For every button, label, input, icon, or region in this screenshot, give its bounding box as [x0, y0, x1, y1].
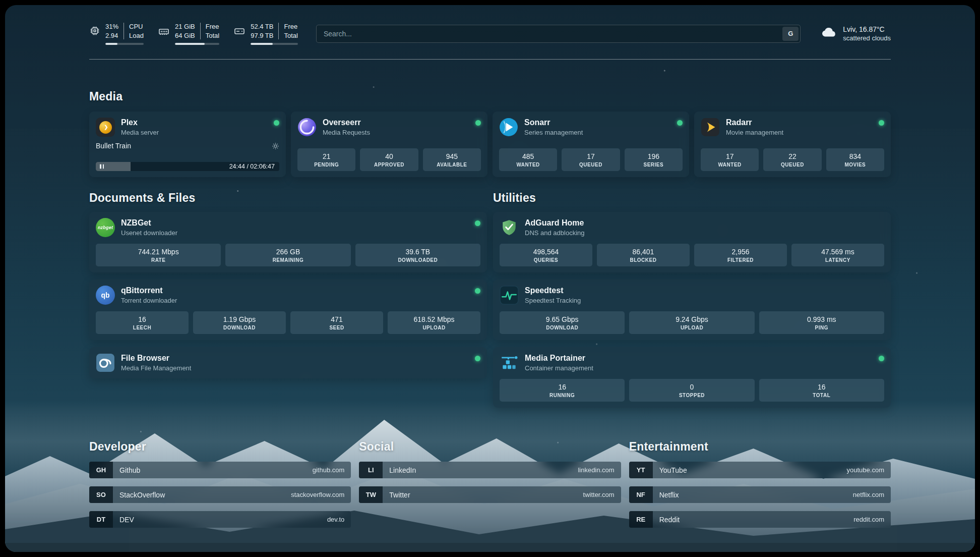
stat-download: 1.19 GbpsDOWNLOAD	[193, 311, 286, 334]
app-card-speedtest[interactable]: SpeedtestSpeedtest Tracking9.65 GbpsDOWN…	[493, 280, 891, 340]
disk-usage-bar	[251, 43, 298, 45]
app-card-adguard-home[interactable]: AdGuard HomeDNS and adblocking498,564QUE…	[493, 212, 891, 272]
disk-free-label: Free	[284, 22, 297, 31]
stat-value: 21	[299, 152, 353, 160]
app-card-media-portainer[interactable]: Media PortainerContainer management16RUN…	[493, 347, 891, 408]
stats-row: 16LEECH1.19 GbpsDOWNLOAD471SEED618.52 Mb…	[96, 311, 480, 334]
bookmark-github[interactable]: GHGithubgithub.com	[89, 462, 351, 478]
stat-seed: 471SEED	[290, 311, 383, 334]
bookmark-url: stackoverflow.com	[291, 491, 344, 498]
stat-value: 16	[502, 383, 623, 391]
bookmark-stackoverflow[interactable]: SOStackOverflowstackoverflow.com	[89, 486, 351, 503]
app-card-sonarr[interactable]: SonarrSeries management485WANTED17QUEUED…	[493, 112, 689, 177]
online-status-dot	[879, 356, 884, 361]
stat-label: RUNNING	[502, 393, 623, 398]
stat-label: RATE	[98, 257, 219, 263]
app-card-radarr[interactable]: RadarrMovie management17WANTED22QUEUED83…	[694, 112, 891, 177]
search-input[interactable]	[316, 25, 801, 43]
stat-value: 618.52 Mbps	[390, 315, 478, 323]
stat-label: AVAILABLE	[425, 162, 479, 168]
app-card-header: File BrowserMedia File Management	[96, 353, 480, 372]
divider	[278, 23, 279, 39]
stat-queries: 498,564QUERIES	[500, 244, 592, 266]
app-card-qbittorrent[interactable]: qbqBittorrentTorrent downloader16LEECH1.…	[89, 280, 487, 340]
stat-upload: 618.52 MbpsUPLOAD	[388, 311, 480, 334]
memory-free-value: 21 GiB	[175, 22, 195, 31]
bookmark-abbr: RE	[629, 511, 653, 528]
stat-label: REMAINING	[227, 257, 348, 263]
app-description: Movie management	[726, 129, 783, 136]
page-content: 31% 2.94 CPU Load	[5, 5, 975, 552]
app-card-header: qbqBittorrentTorrent downloader	[96, 286, 480, 305]
stat-value: 266 GB	[227, 248, 348, 256]
stat-value: 39.6 TB	[357, 248, 478, 256]
filebrowser-icon	[96, 353, 115, 372]
bookmark-youtube[interactable]: YTYouTubeyoutube.com	[629, 462, 891, 478]
stat-label: DOWNLOAD	[502, 325, 623, 330]
cpu-load-value: 2.94	[105, 31, 118, 40]
stat-value: 22	[765, 152, 819, 160]
weather-condition: scattered clouds	[843, 34, 891, 42]
system-widgets: 31% 2.94 CPU Load	[89, 22, 298, 45]
search-engine-button[interactable]: G	[782, 27, 799, 41]
stat-downloaded: 39.6 TBDOWNLOADED	[355, 244, 480, 266]
app-description: Container management	[525, 364, 593, 372]
stat-label: UPLOAD	[390, 325, 478, 330]
stat-label: SEED	[292, 325, 381, 330]
memory-widget: 21 GiB 64 GiB Free Total	[158, 22, 219, 45]
stat-approved: 40APPROVED	[360, 148, 418, 171]
memory-free-label: Free	[206, 22, 219, 31]
memory-usage-bar	[175, 43, 219, 45]
app-meta: AdGuard HomeDNS and adblocking	[525, 218, 585, 237]
bookmark-netflix[interactable]: NFNetflixnetflix.com	[629, 486, 891, 503]
pause-button[interactable]	[100, 164, 104, 169]
now-playing-title: Bullet Train	[96, 142, 131, 150]
cpu-load-label: Load	[129, 31, 144, 40]
sonarr-icon	[499, 118, 518, 137]
stat-value: 86,401	[599, 248, 688, 256]
memory-icon	[158, 25, 170, 45]
app-card-header: OverseerrMedia Requests	[297, 118, 481, 137]
adguard-icon	[500, 218, 519, 237]
stat-value: 47.569 ms	[793, 248, 882, 256]
bookmark-group-developer: DeveloperGHGithubgithub.comSOStackOverfl…	[89, 440, 351, 528]
bookmark-abbr: NF	[629, 486, 653, 503]
stat-label: BLOCKED	[599, 257, 688, 263]
section-title-utilities: Utilities	[493, 191, 891, 205]
stat-remaining: 266 GBREMAINING	[225, 244, 350, 266]
section-media: Media PlexMedia serverBullet Train24:44 …	[89, 90, 891, 177]
stat-value: 485	[501, 152, 555, 160]
stat-value: 16	[761, 383, 882, 391]
bookmark-dev[interactable]: DTDEVdev.to	[89, 511, 351, 528]
online-status-dot	[475, 120, 481, 126]
app-meta: Media PortainerContainer management	[525, 354, 593, 372]
gear-icon[interactable]	[272, 142, 279, 150]
bookmark-name: StackOverflow	[119, 491, 165, 499]
cpu-usage-label: CPU	[129, 22, 144, 31]
bookmark-linkedin[interactable]: LILinkedInlinkedin.com	[359, 462, 621, 478]
app-meta: NZBGetUsenet downloader	[121, 218, 177, 237]
stats-row: 17WANTED22QUEUED834MOVIES	[701, 148, 884, 171]
stat-blocked: 86,401BLOCKED	[597, 244, 690, 266]
stat-rate: 744.21 MbpsRATE	[96, 244, 221, 266]
app-card-plex[interactable]: PlexMedia serverBullet Train24:44 / 02:0…	[89, 112, 286, 177]
app-card-overseerr[interactable]: OverseerrMedia Requests21PENDING40APPROV…	[291, 112, 487, 177]
stats-row: 16RUNNING0STOPPED16TOTAL	[500, 379, 884, 402]
stat-label: FILTERED	[696, 257, 785, 263]
online-status-dot	[879, 120, 884, 126]
app-card-nzbget[interactable]: nzbgetNZBGetUsenet downloader744.21 Mbps…	[89, 212, 487, 272]
bookmark-abbr: SO	[89, 486, 113, 503]
bookmark-twitter[interactable]: TWTwittertwitter.com	[359, 486, 621, 503]
bookmark-url: twitter.com	[583, 491, 615, 498]
top-bar: 31% 2.94 CPU Load	[89, 22, 891, 60]
app-card-header: nzbgetNZBGetUsenet downloader	[96, 218, 480, 237]
app-meta: SpeedtestSpeedtest Tracking	[525, 286, 581, 304]
stat-label: PENDING	[299, 162, 353, 168]
stat-label: WANTED	[501, 162, 555, 168]
app-card-file-browser[interactable]: File BrowserMedia File Management	[89, 347, 487, 378]
stat-label: DOWNLOADED	[357, 257, 478, 263]
bookmark-name: Twitter	[389, 491, 410, 499]
section-title-social: Social	[359, 440, 621, 454]
bookmark-reddit[interactable]: RERedditreddit.com	[629, 511, 891, 528]
bookmark-name: Netflix	[659, 491, 679, 499]
